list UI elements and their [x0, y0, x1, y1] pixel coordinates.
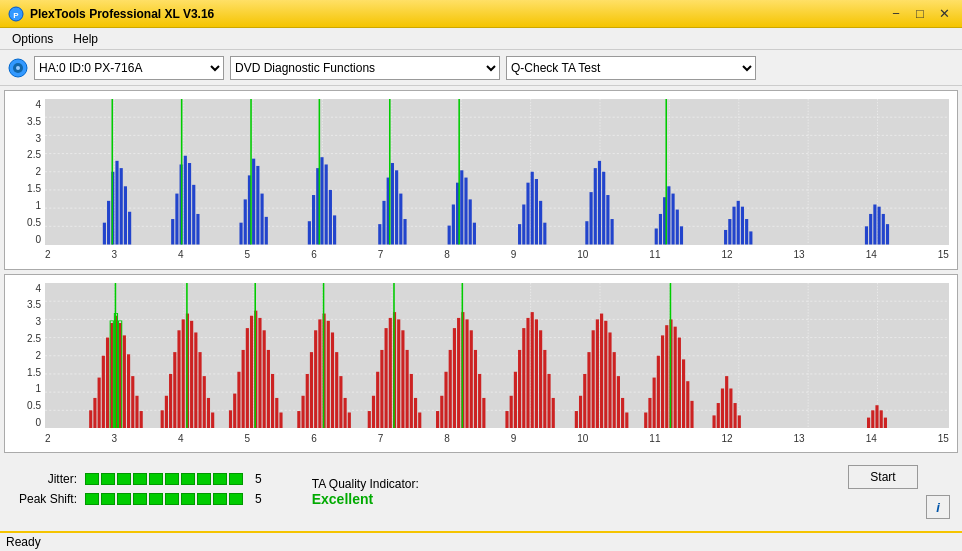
svg-rect-165: [263, 330, 266, 428]
svg-rect-41: [244, 199, 247, 244]
info-button[interactable]: i: [926, 495, 950, 519]
svg-rect-147: [177, 330, 180, 428]
svg-rect-193: [401, 330, 404, 428]
svg-rect-70: [473, 223, 476, 245]
title-bar: P PlexTools Professional XL V3.16 − □ ✕: [0, 0, 962, 28]
svg-rect-178: [327, 320, 330, 428]
svg-rect-101: [865, 226, 868, 244]
jitter-row: Jitter: 5: [12, 472, 262, 486]
svg-text:P: P: [13, 11, 19, 20]
jitter-seg-2: [101, 473, 115, 485]
svg-rect-40: [239, 223, 242, 245]
svg-rect-222: [547, 373, 550, 428]
svg-rect-126: [89, 410, 92, 428]
top-chart-x-axis: 2 3 4 5 6 7 8 9 10 11 12 13 14 15: [45, 245, 949, 265]
jitter-seg-9: [213, 473, 227, 485]
peakshift-seg-5: [149, 493, 163, 505]
svg-rect-153: [203, 376, 206, 428]
svg-rect-152: [198, 352, 201, 428]
svg-rect-220: [539, 330, 542, 428]
svg-point-4: [16, 66, 20, 70]
close-button[interactable]: ✕: [934, 4, 954, 24]
svg-rect-226: [583, 373, 586, 428]
svg-rect-253: [725, 376, 728, 428]
svg-rect-228: [592, 330, 595, 428]
svg-rect-195: [410, 373, 413, 428]
svg-rect-74: [526, 183, 529, 245]
svg-rect-199: [436, 411, 439, 428]
svg-rect-183: [348, 412, 351, 428]
svg-rect-200: [440, 395, 443, 428]
svg-rect-75: [531, 172, 534, 245]
svg-rect-237: [644, 412, 647, 428]
svg-rect-30: [128, 212, 131, 245]
svg-rect-56: [378, 224, 381, 244]
svg-rect-53: [329, 190, 332, 245]
drive-selector[interactable]: HA:0 ID:0 PX-716A: [34, 56, 224, 80]
status-bar: Ready: [0, 531, 962, 551]
svg-rect-245: [678, 337, 681, 428]
svg-rect-233: [613, 352, 616, 428]
jitter-seg-3: [117, 473, 131, 485]
svg-rect-144: [165, 395, 168, 428]
svg-rect-83: [602, 172, 605, 245]
svg-rect-197: [418, 412, 421, 428]
svg-rect-104: [878, 207, 881, 245]
svg-rect-159: [237, 371, 240, 428]
metrics-left: Jitter: 5 Peak Shift:: [12, 472, 262, 512]
menu-help[interactable]: Help: [69, 31, 102, 47]
peakshift-seg-4: [133, 493, 147, 505]
top-chart-y-axis: 4 3.5 3 2.5 2 1.5 1 0.5 0: [5, 99, 45, 245]
svg-rect-176: [318, 319, 321, 428]
svg-rect-240: [657, 355, 660, 428]
minimize-button[interactable]: −: [886, 4, 906, 24]
svg-rect-151: [194, 332, 197, 428]
top-chart: 4 3.5 3 2.5 2 1.5 1 0.5 0: [4, 90, 958, 270]
svg-rect-252: [721, 388, 724, 428]
svg-rect-260: [880, 410, 883, 428]
svg-rect-255: [734, 403, 737, 428]
svg-rect-138: [140, 411, 143, 428]
svg-rect-225: [579, 395, 582, 428]
svg-rect-227: [587, 352, 590, 428]
svg-rect-213: [510, 395, 513, 428]
svg-rect-250: [712, 415, 715, 428]
svg-rect-36: [188, 163, 191, 244]
jitter-label: Jitter:: [12, 472, 77, 486]
start-button[interactable]: Start: [848, 465, 918, 489]
ta-quality-panel: TA Quality Indicator: Excellent: [312, 477, 419, 507]
peakshift-seg-1: [85, 493, 99, 505]
peakshift-seg-6: [165, 493, 179, 505]
svg-rect-157: [229, 410, 232, 428]
svg-rect-202: [449, 349, 452, 428]
svg-rect-238: [648, 397, 651, 428]
peakshift-seg-10: [229, 493, 243, 505]
svg-rect-44: [256, 166, 259, 245]
svg-rect-51: [320, 157, 323, 244]
svg-rect-60: [395, 170, 398, 244]
svg-rect-209: [478, 373, 481, 428]
svg-rect-175: [314, 330, 317, 428]
svg-rect-67: [460, 170, 463, 244]
test-selector[interactable]: Q-Check TA Test: [506, 56, 756, 80]
status-text: Ready: [6, 535, 41, 549]
svg-rect-65: [452, 204, 455, 244]
svg-rect-128: [98, 377, 101, 428]
function-selector[interactable]: DVD Diagnostic Functions: [230, 56, 500, 80]
svg-rect-256: [738, 415, 741, 428]
svg-rect-248: [690, 400, 693, 428]
svg-rect-102: [869, 214, 872, 245]
svg-rect-230: [600, 313, 603, 428]
svg-rect-161: [246, 328, 249, 428]
title-controls: − □ ✕: [886, 4, 954, 24]
maximize-button[interactable]: □: [910, 4, 930, 24]
svg-rect-258: [871, 410, 874, 428]
peakshift-value: 5: [255, 492, 262, 506]
svg-rect-218: [531, 312, 534, 428]
menu-options[interactable]: Options: [8, 31, 57, 47]
svg-rect-84: [606, 195, 609, 244]
drive-icon: [8, 58, 28, 78]
bottom-chart-inner: [45, 283, 949, 429]
svg-rect-241: [661, 335, 664, 428]
svg-rect-77: [539, 201, 542, 245]
